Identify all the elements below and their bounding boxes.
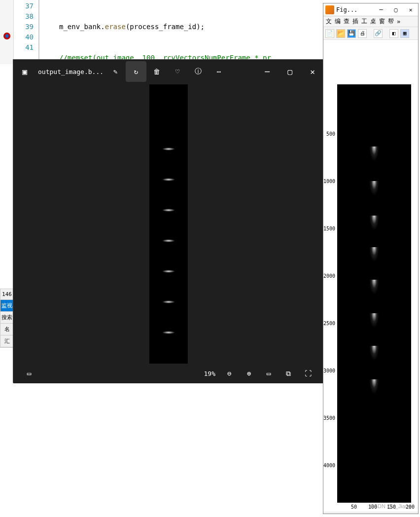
watermark: CSDN @z_Jiang (370, 503, 411, 509)
line-numbers: 37 38 39 40 41 (14, 0, 38, 64)
plot-feature (369, 147, 379, 161)
edit-icon[interactable]: ✎ (105, 61, 126, 82)
matlab-plot-area[interactable]: 500 1000 1500 2000 2500 3000 3500 4000 5… (323, 40, 418, 512)
print-icon[interactable]: 🖨 (358, 29, 367, 38)
line-number: 37 (14, 1, 34, 11)
plot-feature (369, 247, 379, 262)
image-spot (162, 148, 175, 150)
menu-file[interactable]: 文 (324, 17, 333, 26)
fit-icon[interactable]: ▭ (259, 369, 279, 377)
x-tick: 50 (351, 504, 357, 510)
photos-bottombar: ▭ 19% ⊖ ⊕ ▭ ⧉ ⛶ (13, 364, 324, 383)
photos-titlebar: ▣ output_image.b... ✎ ↻ 🗑 ♡ ⓘ ⋯ ─ ▢ ✕ (13, 60, 324, 83)
side-item-search[interactable]: 搜索 (0, 312, 13, 324)
side-item[interactable]: 汇 (0, 335, 13, 347)
info-icon[interactable]: ⓘ (188, 61, 209, 82)
y-tick: 2000 (323, 273, 335, 279)
menu-window[interactable]: 窗 (378, 17, 386, 26)
menu-insert[interactable]: 插 (351, 17, 360, 26)
close-icon[interactable]: ✕ (403, 6, 418, 13)
image-spot (162, 300, 175, 303)
side-item[interactable]: 146 (0, 289, 13, 300)
maximize-icon[interactable]: ▢ (388, 6, 403, 13)
fullscreen-icon[interactable]: ⛶ (298, 369, 318, 377)
plot-feature (369, 346, 379, 361)
line-number: 38 (14, 11, 34, 22)
minimize-icon[interactable]: ─ (374, 6, 388, 13)
link-icon[interactable]: 🔗 (374, 29, 383, 38)
close-icon[interactable]: ✕ (301, 64, 324, 79)
menu-tools[interactable]: 工 (360, 17, 369, 26)
plot-feature (369, 379, 379, 394)
dock-icon[interactable]: ◧ (389, 29, 398, 38)
plot-feature (369, 280, 379, 295)
photos-title: output_image.b... (36, 68, 105, 75)
y-tick: 500 (326, 131, 335, 137)
line-number: 41 (14, 42, 34, 53)
image-spot (162, 178, 175, 181)
image-spot (162, 239, 175, 242)
zoom-in-icon[interactable]: ⊕ (239, 369, 259, 377)
matlab-logo-icon (325, 5, 334, 14)
photos-canvas[interactable] (13, 83, 324, 364)
gallery-icon[interactable]: ▣ (13, 67, 36, 76)
line-number: 40 (14, 32, 34, 42)
image-spot (162, 209, 175, 212)
favorite-icon[interactable]: ♡ (167, 61, 188, 82)
y-tick: 3500 (323, 415, 335, 421)
more-icon[interactable]: ⋯ (209, 61, 229, 82)
matlab-menubar: 文 编 查 插 工 桌 窗 帮 » (323, 16, 418, 27)
y-tick: 4000 (323, 463, 335, 468)
output-image (149, 84, 188, 364)
layout-icon[interactable]: ▦ (400, 29, 409, 38)
menu-help[interactable]: 帮 (386, 17, 395, 26)
matlab-figure-window: Fig... ─ ▢ ✕ 文 编 查 插 工 桌 窗 帮 » 📄 📂 💾 🖨 🔗… (323, 3, 419, 514)
save-icon[interactable]: 💾 (347, 29, 356, 38)
open-icon[interactable]: 📂 (336, 29, 345, 38)
rotate-icon[interactable]: ↻ (126, 61, 146, 82)
plot-feature (369, 181, 379, 196)
matlab-titlebar: Fig... ─ ▢ ✕ (323, 3, 418, 16)
breakpoint-icon[interactable] (2, 32, 11, 40)
actual-size-icon[interactable]: ⧉ (279, 369, 298, 378)
y-tick: 3000 (323, 368, 335, 373)
matlab-title: Fig... (336, 6, 374, 13)
filmstrip-icon[interactable]: ▭ (19, 369, 39, 377)
photos-window: ▣ output_image.b... ✎ ↻ 🗑 ♡ ⓘ ⋯ ─ ▢ ✕ ▭ (13, 59, 324, 383)
menu-view[interactable]: 查 (342, 17, 351, 26)
menu-desktop[interactable]: 桌 (369, 17, 378, 26)
zoom-label: 19% (204, 370, 215, 377)
menu-overflow-icon[interactable]: » (395, 18, 402, 25)
plot-feature (369, 216, 379, 230)
plot-axes (337, 84, 411, 503)
menu-edit[interactable]: 编 (333, 17, 342, 26)
delete-icon[interactable]: 🗑 (146, 61, 167, 82)
image-spot (162, 331, 175, 334)
side-panel: 146 监视 搜索 名 汇 (0, 289, 14, 348)
y-tick: 1000 (323, 179, 335, 184)
zoom-out-icon[interactable]: ⊖ (219, 369, 239, 377)
matlab-toolbar: 📄 📂 💾 🖨 🔗 ◧ ▦ (323, 27, 418, 40)
side-item-watch[interactable]: 监视 (0, 300, 13, 312)
plot-feature (369, 313, 379, 328)
image-spot (162, 270, 175, 273)
minimize-icon[interactable]: ─ (256, 64, 279, 79)
y-tick: 2500 (323, 321, 335, 326)
y-tick: 1500 (323, 226, 335, 231)
new-icon[interactable]: 📄 (325, 29, 334, 38)
maximize-icon[interactable]: ▢ (279, 64, 301, 79)
editor-gutter (0, 0, 14, 64)
side-item[interactable]: 名 (0, 324, 13, 335)
line-number: 39 (14, 22, 34, 32)
